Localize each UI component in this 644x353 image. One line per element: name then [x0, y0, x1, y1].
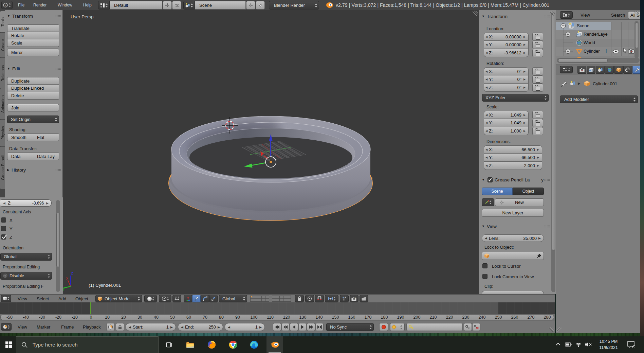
svg-text:i: i	[5, 4, 6, 7]
svg-text:(1) Cylinder.001: (1) Cylinder.001	[89, 283, 121, 288]
svg-text:y: y	[63, 286, 65, 290]
svg-text:x: x	[66, 276, 68, 281]
svg-text:z: z	[71, 270, 73, 276]
